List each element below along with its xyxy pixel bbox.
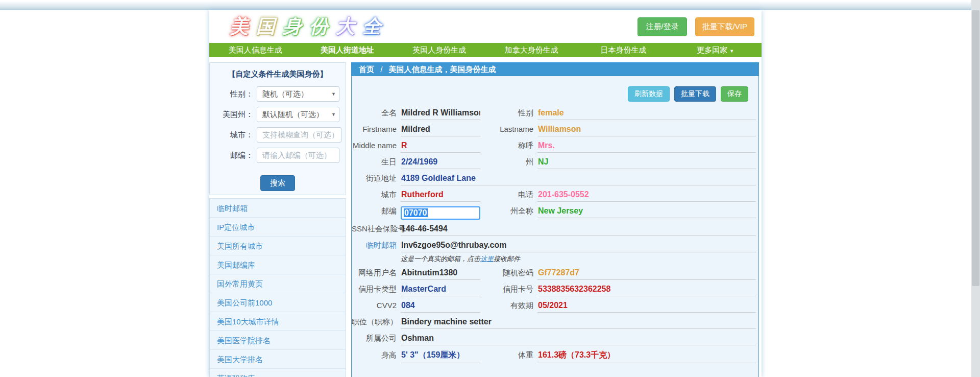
field-label: 生日 — [352, 157, 397, 167]
nav-item-5[interactable]: 日本身份生成 — [577, 45, 669, 55]
main-panel: 首页 / 美国人信息生成，美国身份生成 刷新数据批量下载保存 全名Mildred… — [351, 62, 759, 377]
identity-row-10: 网络用户名Abitnutim1380随机密码Gf77287d7 — [352, 268, 758, 280]
gender-select[interactable]: 随机（可选） — [257, 86, 339, 102]
gender-select-label: 性别： — [210, 89, 257, 99]
identity-row-13: 职位（职称）Bindery machine setter — [352, 317, 758, 329]
field-label: CVV2 — [352, 301, 397, 310]
chevron-down-icon: ▼ — [729, 49, 734, 54]
sidebar-link-2[interactable]: IP定位城市 — [210, 218, 346, 237]
state-select[interactable]: 默认随机（可选） — [257, 107, 339, 122]
sidebar-link-6[interactable]: 美国公司前1000 — [210, 293, 346, 312]
sidebar-field-row: 城市：支持模糊查询（可选） — [210, 127, 339, 143]
identity-row-8: SSN社会保险号146-46-5494 — [352, 224, 758, 236]
nav-item-4[interactable]: 加拿大身份生成 — [485, 45, 577, 55]
sidebar-link-list: 临时邮箱IP定位城市美国所有城市美国邮编库国外常用黄页美国公司前1000美国10… — [209, 198, 346, 377]
nav-item-1[interactable]: 美国人信息生成 — [209, 45, 301, 55]
site-header: 美国身份大全 注册/登录 批量下载/VIP — [209, 10, 762, 43]
field-value: New Jersey — [537, 206, 756, 218]
logo-char-3: 身 — [283, 16, 309, 37]
field-value: 161.3磅（73.3千克） — [537, 350, 756, 363]
field-value: Williamson — [537, 125, 756, 136]
identity-row-14: 所属公司Oshman — [352, 334, 758, 345]
sidebar-field-row: 邮编：请输入邮编（可选） — [210, 148, 339, 163]
field-label: SSN社会保险号 — [352, 224, 397, 234]
field-label: 电话 — [484, 190, 533, 200]
identity-row-2: FirstnameMildredLastnameWilliamson — [352, 125, 758, 136]
zipcode-input-label: 邮编： — [210, 151, 257, 160]
field-label: 街道地址 — [352, 174, 397, 183]
sidebar-link-9[interactable]: 美国大学排名 — [210, 350, 346, 369]
browser-scrollbar[interactable] — [971, 0, 980, 377]
refresh-data-button[interactable]: 刷新数据 — [628, 86, 670, 102]
field-label: 全名 — [352, 108, 397, 118]
field-label: 性别 — [484, 108, 533, 118]
custom-search-title: 【自定义条件生成美国身份】 — [210, 69, 346, 79]
breadcrumb: 首页 / 美国人信息生成，美国身份生成 — [352, 63, 758, 76]
field-value: 2/24/1969 — [401, 157, 480, 169]
field-value: lnv6zgoe95o@thrubay.com — [401, 241, 756, 252]
save-button[interactable]: 保存 — [721, 86, 748, 102]
field-value: MasterCard — [401, 285, 480, 296]
zipcode-value-input[interactable]: 07070 — [401, 206, 480, 220]
field-label: 邮编 — [352, 206, 397, 216]
field-label: 网络用户名 — [352, 268, 397, 278]
field-value: female — [537, 108, 756, 120]
sidebar-link-8[interactable]: 美国医学院排名 — [210, 331, 346, 350]
field-value: 5338835632362258 — [537, 285, 756, 296]
identity-form: 全名Mildred R Williamson性别femaleFirstnameM… — [352, 108, 758, 363]
logo-char-5: 大 — [336, 16, 362, 37]
state-select-label: 美国州： — [210, 110, 257, 120]
sidebar-link-10[interactable]: 英语职称库 — [210, 369, 346, 377]
sidebar-link-5[interactable]: 国外常用黄页 — [210, 274, 346, 293]
field-value: Oshman — [401, 334, 756, 345]
logo-char-1: 美 — [230, 16, 256, 37]
register-login-button[interactable]: 注册/登录 — [638, 17, 687, 36]
nav-item-2[interactable]: 美国人街道地址 — [301, 45, 393, 55]
zipcode-input[interactable]: 请输入邮编（可选） — [257, 148, 339, 163]
select-caret-icon: ▼ — [331, 91, 336, 97]
sidebar-link-4[interactable]: 美国邮编库 — [210, 255, 346, 274]
identity-row-3: Middle nameR称呼Mrs. — [352, 141, 758, 153]
site-logo: 美国身份大全 — [230, 14, 389, 39]
breadcrumb-separator: / — [380, 65, 382, 74]
field-label: 州 — [484, 157, 533, 167]
field-label: 称呼 — [484, 141, 533, 151]
search-button[interactable]: 搜索 — [260, 175, 295, 191]
identity-row-12: CVV2084有效期05/2021 — [352, 301, 758, 313]
field-label[interactable]: 临时邮箱 — [352, 241, 397, 250]
identity-row-4: 生日2/24/1969州NJ — [352, 157, 758, 169]
field-label: 有效期 — [484, 301, 533, 311]
field-label: Lastname — [484, 125, 533, 133]
custom-search-panel: 【自定义条件生成美国身份】 性别：随机（可选）▼美国州：默认随机（可选）▼城市：… — [209, 62, 346, 195]
content-area: 【自定义条件生成美国身份】 性别：随机（可选）▼美国州：默认随机（可选）▼城市：… — [209, 57, 762, 377]
sidebar-link-7[interactable]: 美国10大城市详情 — [210, 312, 346, 331]
breadcrumb-home-link[interactable]: 首页 — [359, 65, 374, 74]
receive-mail-link[interactable]: 这里 — [480, 255, 494, 263]
breadcrumb-current: 美国人信息生成，美国身份生成 — [389, 65, 496, 74]
identity-row-9: 临时邮箱lnv6zgoe95o@thrubay.com这是一个真实的邮箱，点击这… — [352, 241, 758, 264]
nav-item-6[interactable]: 更多国家▼ — [670, 45, 762, 55]
field-value: R — [401, 141, 480, 153]
field-value: 146-46-5494 — [401, 224, 756, 236]
batch-download-vip-button[interactable]: 批量下载/VIP — [695, 17, 754, 36]
action-buttons: 刷新数据批量下载保存 — [352, 86, 748, 102]
logo-char-4: 份 — [309, 16, 336, 37]
batch-download-button[interactable]: 批量下载 — [674, 86, 716, 102]
field-value: Mrs. — [537, 141, 756, 153]
logo-char-6: 全 — [362, 16, 389, 37]
sidebar-link-1[interactable]: 临时邮箱 — [210, 199, 346, 218]
nav-item-3[interactable]: 英国人身份生成 — [394, 45, 485, 55]
scrollbar-thumb[interactable] — [972, 10, 979, 286]
field-label: Middle name — [352, 141, 397, 150]
field-label: Firstname — [352, 125, 397, 133]
sidebar: 【自定义条件生成美国身份】 性别：随机（可选）▼美国州：默认随机（可选）▼城市：… — [209, 62, 346, 377]
sidebar-link-3[interactable]: 美国所有城市 — [210, 237, 346, 255]
field-value: Bindery machine setter — [401, 317, 756, 329]
email-note: 这是一个真实的邮箱，点击这里接收邮件 — [401, 252, 756, 264]
identity-row-6: 城市Rutherford电话201-635-0552 — [352, 190, 758, 202]
identity-row-11: 信用卡类型MasterCard信用卡号5338835632362258 — [352, 285, 758, 296]
field-label: 信用卡号 — [484, 285, 533, 294]
field-label: 信用卡类型 — [352, 285, 397, 294]
city-input[interactable]: 支持模糊查询（可选） — [257, 127, 341, 143]
identity-row-1: 全名Mildred R Williamson性别female — [352, 108, 758, 120]
